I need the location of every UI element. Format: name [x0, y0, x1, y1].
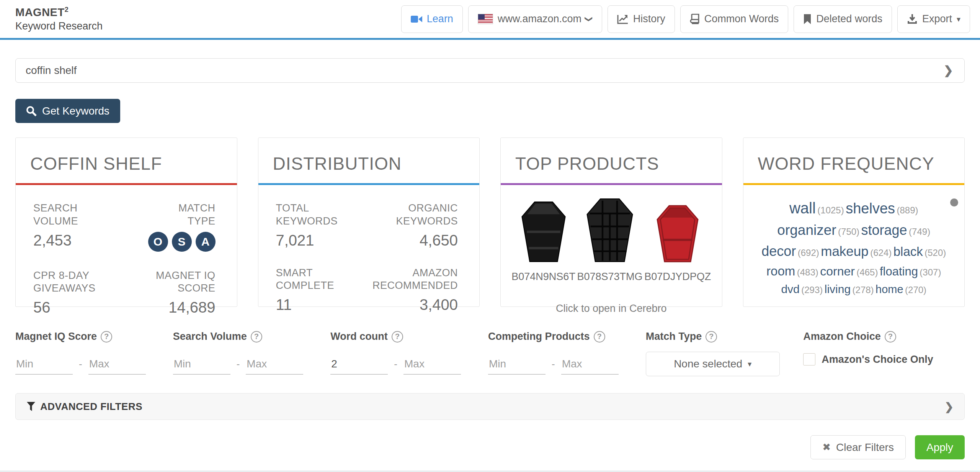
horizontal-scrollbar-track[interactable]: [0, 470, 980, 472]
word-frequency-word[interactable]: storage: [861, 222, 907, 238]
advanced-filters-bar[interactable]: ADVANCED FILTERS ❯: [15, 393, 965, 420]
marketplace-select[interactable]: www.amazon.com ❯: [468, 5, 602, 33]
word-frequency-count: 750: [838, 226, 859, 237]
keyword-card-title: COFFIN SHELF: [16, 138, 237, 183]
download-icon: [907, 14, 918, 25]
chevron-down-icon: ❯: [585, 16, 594, 22]
word-frequency-count: 293: [801, 285, 823, 295]
word-frequency-count: 1025: [817, 205, 844, 215]
help-icon[interactable]: ?: [885, 331, 896, 343]
word-frequency-word[interactable]: black: [893, 244, 923, 259]
close-icon: ✖: [822, 441, 831, 453]
search-volume-max-input[interactable]: [246, 356, 303, 375]
range-separator: -: [394, 358, 397, 370]
magnet-iq-min-input[interactable]: [15, 356, 73, 375]
apply-button[interactable]: Apply: [915, 435, 965, 459]
get-keywords-button[interactable]: Get Keywords: [15, 99, 120, 123]
app-title: MAGNET2: [15, 6, 103, 19]
word-frequency-count: 749: [909, 226, 930, 237]
product-asin: B078S73TMG: [577, 271, 642, 283]
app-header: MAGNET2 Keyword Research Learn www.amazo…: [0, 0, 980, 40]
match-type-badge-organic: O: [148, 232, 168, 252]
deleted-words-button[interactable]: Deleted words: [794, 5, 892, 33]
coffin-shelf-black-image: [521, 201, 567, 262]
help-icon[interactable]: ?: [101, 331, 112, 343]
export-button[interactable]: Export ▾: [897, 5, 970, 33]
app-title-sup: 2: [65, 6, 69, 13]
match-type-stat: MATCH TYPE O S A: [124, 202, 216, 252]
competing-products-filter: Competing Products? -: [488, 331, 646, 376]
product-3[interactable]: B07DJYDPQZ: [644, 205, 711, 283]
caret-down-icon: ▾: [748, 359, 751, 369]
video-icon: [411, 15, 422, 23]
help-icon[interactable]: ?: [251, 331, 262, 343]
word-frequency-word[interactable]: shelves: [846, 200, 895, 216]
caret-down-icon: ▾: [957, 15, 960, 24]
word-frequency-count: 307: [920, 267, 941, 277]
word-frequency-word[interactable]: corner: [820, 264, 855, 278]
word-frequency-word[interactable]: decor: [761, 243, 796, 259]
word-frequency-word[interactable]: dvd: [781, 283, 799, 295]
chevron-right-icon: ❯: [945, 400, 954, 413]
filter-row: Magnet IQ Score? - Search Volume? - Word…: [15, 331, 965, 376]
top-products-card-title: TOP PRODUCTS: [501, 138, 722, 183]
competing-products-min-input[interactable]: [488, 356, 546, 375]
help-icon[interactable]: ?: [706, 331, 717, 343]
common-words-button[interactable]: Common Words: [680, 5, 789, 33]
keyword-search-input[interactable]: [15, 58, 965, 83]
match-type-select[interactable]: None selected ▾: [646, 352, 780, 376]
search-volume-min-input[interactable]: [173, 356, 230, 375]
history-chart-icon: [617, 14, 629, 24]
amazon-choice-checkbox-label: Amazon's Choice Only: [822, 354, 933, 365]
coffin-organizer-black-image: [585, 198, 634, 262]
word-frequency-word[interactable]: home: [875, 283, 903, 295]
word-frequency-word[interactable]: wall: [789, 200, 816, 216]
smart-complete-stat: SMART COMPLETE 11: [276, 267, 367, 314]
search-submit-chevron-icon[interactable]: ❯: [944, 64, 953, 77]
learn-button[interactable]: Learn: [401, 5, 463, 33]
magnet-iq-max-input[interactable]: [88, 356, 146, 375]
word-frequency-count: 270: [905, 285, 926, 295]
product-asin: B07DJYDPQZ: [644, 271, 711, 283]
magnet-iq-stat: MAGNET IQ SCORE 14,689: [124, 269, 216, 316]
word-frequency-word[interactable]: floating: [880, 265, 918, 278]
filter-actions: ✖ Clear Filters Apply: [15, 435, 965, 459]
cpr-giveaways-stat: CPR 8-DAY GIVEAWAYS 56: [33, 269, 124, 316]
word-frequency-word[interactable]: room: [766, 264, 795, 278]
word-count-max-input[interactable]: [403, 356, 461, 375]
bookmark-icon: [803, 14, 812, 25]
word-frequency-word[interactable]: organizer: [777, 222, 836, 238]
clear-filters-button[interactable]: ✖ Clear Filters: [810, 435, 906, 459]
amazon-choice-checkbox[interactable]: [803, 353, 815, 365]
coffin-shelf-red-image: [656, 205, 699, 262]
header-buttons: Learn www.amazon.com ❯ History Common Wo…: [401, 5, 970, 33]
word-frequency-word[interactable]: makeup: [821, 244, 869, 259]
app-brand: MAGNET2 Keyword Research: [15, 6, 103, 32]
word-frequency-count: 465: [856, 267, 878, 277]
summary-cards: COFFIN SHELF SEARCH VOLUME 2,453 MATCH T…: [15, 138, 965, 307]
cerebro-hint: Click to open in Cerebro: [501, 303, 722, 315]
scrollbar-thumb[interactable]: [950, 198, 958, 206]
word-frequency-card: WORD FREQUENCY wall 1025 shelves 889 org…: [743, 138, 965, 307]
word-frequency-word[interactable]: living: [825, 283, 851, 295]
word-count-min-input[interactable]: [330, 356, 388, 375]
top-products-card-accent: [501, 183, 722, 185]
product-2[interactable]: B078S73TMG: [577, 198, 642, 283]
help-icon[interactable]: ?: [392, 331, 403, 343]
range-separator: -: [79, 358, 82, 370]
amazon-recommended-stat: AMAZON RECOMMENDED 3,400: [367, 267, 458, 314]
amazon-choice-filter: Amazon Choice? Amazon's Choice Only: [803, 331, 961, 376]
keyword-search-bar: ❯: [15, 58, 965, 83]
word-frequency-count: 692: [798, 247, 819, 258]
word-frequency-card-title: WORD FREQUENCY: [743, 138, 965, 183]
book-icon: [690, 14, 700, 25]
help-icon[interactable]: ?: [594, 331, 605, 343]
product-1[interactable]: B074N9NS6T: [511, 201, 575, 283]
search-icon: [26, 106, 37, 116]
total-keywords-stat: TOTAL KEYWORDS 7,021: [276, 202, 367, 249]
match-type-filter: Match Type? None selected ▾: [646, 331, 804, 376]
search-volume-stat: SEARCH VOLUME 2,453: [33, 202, 124, 252]
history-button[interactable]: History: [608, 5, 675, 33]
word-frequency-count: 889: [897, 205, 918, 215]
competing-products-max-input[interactable]: [561, 356, 619, 375]
